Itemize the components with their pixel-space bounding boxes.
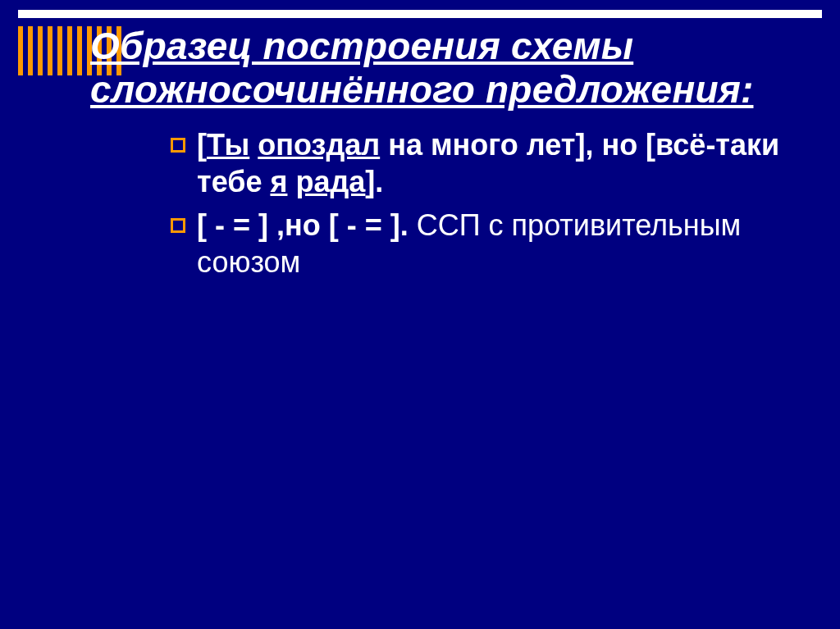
list-item: [Ты опоздал на много лет], но [всё-таки … <box>171 126 807 200</box>
top-rule <box>18 10 822 18</box>
bullet-icon <box>171 138 185 153</box>
slide-title: Образец построения схемы сложносочинённо… <box>90 25 807 112</box>
body-text: [Ты опоздал на много лет], но [всё-таки … <box>171 126 807 280</box>
content-area: Образец построения схемы сложносочинённо… <box>90 25 807 287</box>
bullet-text: [Ты опоздал на много лет], но [всё-таки … <box>197 126 807 200</box>
bullet-text: [ - = ] ,но [ - = ]. ССП с противительны… <box>197 207 807 280</box>
slide: Образец построения схемы сложносочинённо… <box>0 0 840 629</box>
list-item: [ - = ] ,но [ - = ]. ССП с противительны… <box>171 207 807 280</box>
bullet-icon <box>171 218 185 233</box>
